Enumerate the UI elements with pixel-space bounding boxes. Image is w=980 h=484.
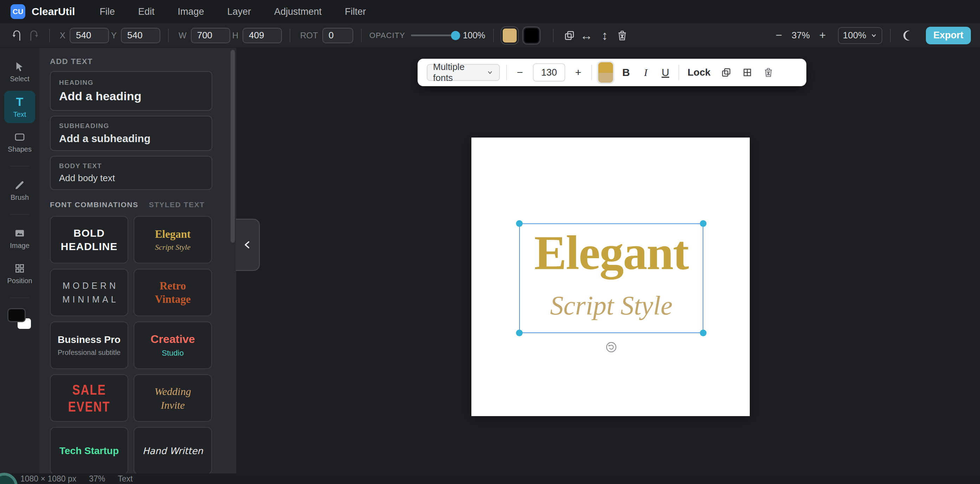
stroke-color-swatch[interactable]	[523, 27, 539, 44]
x-input[interactable]	[70, 28, 109, 43]
font-combo-bold-headline[interactable]: BOLD HEADLINE	[50, 216, 128, 264]
chevron-down-icon	[870, 32, 877, 39]
selection-handle-bottom-right[interactable]	[700, 329, 706, 336]
bold-button[interactable]: B	[619, 67, 633, 78]
rotate-handle-icon[interactable]	[605, 341, 617, 353]
zoom-preset-select[interactable]: 100%	[838, 27, 882, 44]
app-title: ClearUtil	[32, 6, 75, 18]
tool-brush[interactable]: Brush	[4, 174, 35, 206]
opacity-slider-knob[interactable]	[451, 31, 460, 40]
text-format-toolbar: Multiple fonts − + B I U Lock	[418, 59, 807, 86]
tab-font-combinations[interactable]: FONT COMBINATIONS	[50, 201, 138, 209]
tool-position[interactable]: Position	[4, 257, 35, 290]
width-label: W	[178, 30, 187, 40]
toolbar-divider	[168, 29, 169, 42]
duplicate-icon[interactable]	[719, 65, 733, 80]
opacity-slider[interactable]	[411, 35, 456, 36]
toolbar-divider	[591, 65, 592, 80]
font-combo-business-pro[interactable]: Business Pro Professional subtitle	[50, 321, 128, 369]
rectangle-icon	[14, 131, 25, 142]
italic-button[interactable]: I	[639, 67, 652, 78]
canvas-subheading-text[interactable]: Script Style	[520, 290, 703, 321]
duplicate-icon[interactable]	[562, 27, 578, 44]
app-logo: CU	[11, 4, 25, 19]
pencil-icon	[14, 179, 25, 191]
y-label: Y	[111, 30, 117, 40]
flip-horizontal-icon[interactable]: ↔	[578, 28, 596, 43]
font-combo-wedding-invite[interactable]: Wedding Invite	[134, 374, 212, 422]
export-button[interactable]: Export	[926, 27, 971, 44]
add-body-text-card[interactable]: BODY TEXT Add body text	[50, 156, 212, 190]
dark-mode-icon[interactable]	[902, 30, 914, 42]
tool-image[interactable]: Image	[4, 222, 35, 255]
text-panel: ADD TEXT HEADING Add a heading SUBHEADIN…	[39, 48, 236, 473]
tool-sidebar: Select T Text Shapes Brush Image Positio…	[0, 48, 39, 473]
y-input[interactable]	[121, 28, 160, 43]
font-combo-retro-vintage[interactable]: Retro Vintage	[134, 269, 212, 316]
zoom-level: 37%	[792, 30, 810, 41]
menu-filter[interactable]: Filter	[345, 6, 366, 17]
font-combo-sale-event[interactable]: SALE EVENT	[50, 374, 128, 422]
font-size-input[interactable]	[533, 63, 565, 81]
tool-shapes[interactable]: Shapes	[4, 126, 35, 158]
zoom-in-button[interactable]: +	[815, 29, 830, 42]
design-canvas[interactable]: Elegant Script Style	[471, 137, 750, 416]
panel-collapse-button[interactable]	[236, 219, 260, 271]
menu-adjustment[interactable]: Adjustment	[274, 6, 321, 17]
text-color-swatch[interactable]	[598, 62, 613, 83]
menu-edit[interactable]: Edit	[138, 6, 155, 17]
tab-styled-text[interactable]: STYLED TEXT	[149, 201, 205, 209]
toolbar-divider	[553, 29, 554, 42]
selection-box[interactable]: Elegant Script Style	[519, 224, 703, 333]
underline-button[interactable]: U	[659, 67, 672, 78]
font-family-value: Multiple fonts	[433, 62, 487, 83]
add-subheading-card[interactable]: SUBHEADING Add a subheading	[50, 116, 212, 151]
delete-icon[interactable]	[614, 27, 630, 44]
height-label: H	[232, 30, 238, 40]
delete-icon[interactable]	[761, 65, 776, 80]
opacity-label: OPACITY	[369, 31, 405, 40]
menu-image[interactable]: Image	[178, 6, 204, 17]
grid-icon	[14, 263, 25, 274]
height-input[interactable]	[243, 28, 282, 43]
menu-file[interactable]: File	[99, 6, 115, 17]
x-label: X	[60, 30, 65, 40]
opacity-value: 100%	[463, 30, 485, 40]
font-combo-elegant[interactable]: Elegant Script Style	[134, 216, 212, 264]
flip-vertical-icon[interactable]: ↕	[596, 28, 614, 43]
selection-handle-bottom-left[interactable]	[516, 329, 523, 336]
font-combo-tech-startup[interactable]: Tech Startup	[50, 427, 128, 473]
lock-button[interactable]: Lock	[687, 67, 710, 78]
font-family-select[interactable]: Multiple fonts	[427, 64, 500, 81]
align-grid-icon[interactable]	[740, 65, 755, 80]
panel-scrollbar[interactable]	[231, 50, 235, 243]
zoom-out-button[interactable]: −	[771, 29, 787, 42]
toolbar-divider	[361, 29, 362, 42]
zoom-preset-value: 100%	[843, 30, 867, 41]
add-heading-card[interactable]: HEADING Add a heading	[50, 71, 212, 111]
panel-title: ADD TEXT	[50, 57, 236, 66]
text-icon: T	[16, 96, 24, 108]
font-combo-modern-minimal[interactable]: MODERN MINIMAL	[50, 269, 128, 316]
status-bar: 1080 × 1080 px 37% Text	[0, 473, 980, 484]
font-combo-hand-written[interactable]: Hand Written	[134, 427, 212, 473]
width-input[interactable]	[191, 28, 230, 43]
subheading-sample: Add a subheading	[59, 133, 203, 145]
foreground-color-swatch[interactable]	[8, 309, 25, 321]
redo-icon[interactable]	[25, 27, 41, 44]
heading-label: HEADING	[59, 79, 203, 86]
rotation-input[interactable]	[322, 28, 353, 43]
foreground-background-swatches[interactable]	[8, 309, 31, 329]
chevron-down-icon	[487, 69, 493, 76]
tool-text[interactable]: T Text	[4, 91, 35, 123]
undo-icon[interactable]	[9, 27, 25, 44]
font-size-decrease-button[interactable]: −	[513, 67, 527, 78]
font-combo-creative-studio[interactable]: Creative Studio	[134, 321, 212, 369]
toolbar-divider	[493, 29, 494, 42]
font-size-increase-button[interactable]: +	[571, 67, 585, 78]
canvas-heading-text[interactable]: Elegant	[520, 226, 703, 280]
fill-color-swatch[interactable]	[501, 27, 518, 44]
toolbar-divider	[506, 65, 507, 80]
menu-layer[interactable]: Layer	[227, 6, 251, 17]
tool-select[interactable]: Select	[4, 56, 35, 88]
